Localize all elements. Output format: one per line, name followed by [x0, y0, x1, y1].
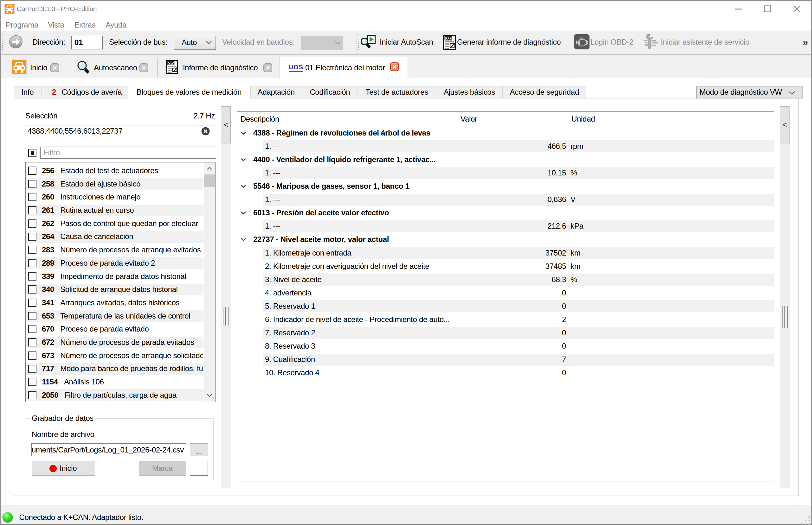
svg-text:OBD: OBD: [168, 62, 174, 65]
svg-text:OBD: OBD: [445, 37, 451, 40]
